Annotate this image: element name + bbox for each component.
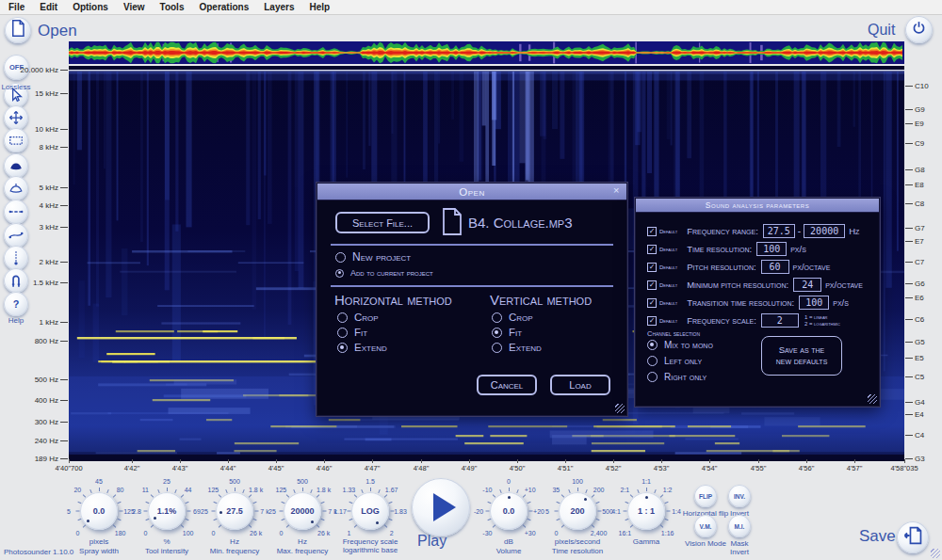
knob-scale-label: 0 — [507, 478, 511, 485]
knob-scale-label: 0 — [75, 529, 79, 536]
knob-unit-label: % — [130, 537, 203, 546]
note-axis-label: G7 — [915, 224, 925, 232]
invert-button[interactable]: INV. — [728, 485, 751, 507]
open-dialog-titlebar[interactable]: Open × — [317, 184, 626, 200]
knob-name-label: Tool intensity — [130, 547, 203, 555]
field-minimum-pitch-resolution-0[interactable]: 24 — [793, 278, 821, 292]
quit-label[interactable]: Quit — [868, 22, 895, 39]
save-button[interactable] — [897, 521, 929, 553]
analysis-row-label: Pitch resolution: — [687, 262, 755, 272]
knob-tick — [302, 488, 303, 491]
note-axis-tick — [905, 109, 913, 110]
unit-label: px/octave — [793, 262, 831, 272]
default-checkbox[interactable]: ✓ — [647, 298, 657, 308]
knob-scale-label: 2 — [390, 529, 394, 536]
unit-label: px/octave — [825, 280, 863, 290]
knob-tick — [492, 524, 495, 528]
load-button[interactable]: Load — [550, 375, 610, 395]
menu-item-view[interactable]: View — [123, 2, 145, 12]
document-icon — [441, 207, 463, 240]
knob-scale-label: -10 — [482, 487, 492, 493]
menu-item-file[interactable]: File — [8, 2, 24, 12]
field-frequency-range-0[interactable]: 27.5 — [763, 224, 795, 238]
radio-crop[interactable]: Crop — [337, 312, 379, 323]
default-checkbox[interactable]: ✓ — [647, 316, 657, 326]
default-checkbox[interactable]: ✓ — [647, 263, 657, 272]
knob-scale-label: 25 — [268, 508, 276, 515]
mask-invert-button[interactable]: M.I. — [728, 515, 751, 537]
knob-max-frequency-dial[interactable]: 20000 — [284, 492, 321, 530]
field-transition-time-resolution-0[interactable]: 100 — [799, 296, 829, 310]
open-label[interactable]: Open — [38, 22, 77, 40]
play-button[interactable] — [412, 478, 470, 536]
select-file-button[interactable]: Select File... — [335, 212, 430, 233]
waveform-overview[interactable] — [69, 41, 904, 64]
time-axis-label: 4'42" — [124, 464, 140, 472]
note-axis-tick — [905, 184, 913, 185]
knob-spray-width-dial[interactable]: 0.0 — [80, 492, 118, 530]
cancel-button[interactable]: Cancel — [477, 375, 537, 395]
field-frequency-scale-0[interactable]: 2 — [761, 313, 799, 328]
knob-min-frequency-dial[interactable]: 27.5 — [216, 492, 253, 530]
menu-item-help[interactable]: Help — [310, 2, 331, 12]
radio-label: Fit — [354, 327, 367, 338]
default-checkbox[interactable]: ✓ — [647, 280, 657, 290]
quit-button[interactable] — [905, 16, 933, 43]
knob-value: 27.5 — [226, 506, 243, 516]
field-frequency-range-1[interactable]: 20000 — [804, 224, 845, 238]
brush-filled-tool-button[interactable] — [4, 153, 28, 178]
menu-item-layers[interactable]: Layers — [264, 2, 294, 12]
save-defaults-button[interactable]: Save as the new defaults — [761, 336, 842, 376]
radio-fit[interactable]: Fit — [337, 327, 367, 338]
resize-handle[interactable] — [868, 394, 877, 404]
help-tool-button[interactable]: ? — [4, 292, 28, 316]
unit-label: px/s — [833, 297, 849, 308]
radio-crop[interactable]: Crop — [492, 312, 533, 323]
horizontal-flip-button[interactable]: FLIP — [694, 485, 717, 507]
radio-add-to-current-project[interactable]: Add to current project — [335, 268, 433, 278]
close-icon[interactable]: × — [613, 184, 620, 196]
knob-gamma-dial[interactable]: 1 : 1 — [627, 492, 665, 530]
radio-circle — [492, 328, 502, 338]
radio-right-only[interactable]: Right only — [647, 372, 706, 382]
vision-mode-button[interactable]: V.M. — [694, 515, 717, 537]
knob-tick — [317, 524, 320, 528]
radio-mix-to-mono[interactable]: Mix to mono — [647, 340, 713, 350]
menu-item-tools[interactable]: Tools — [160, 2, 185, 12]
radio-fit[interactable]: Fit — [492, 327, 522, 338]
radio-extend[interactable]: Extend — [337, 342, 387, 353]
radio-circle — [647, 340, 658, 350]
freq-axis-label: 800 Hz — [0, 337, 58, 345]
menu-item-operations[interactable]: Operations — [199, 2, 249, 12]
knob-scale-label: 16:1 — [619, 529, 632, 536]
analysis-dialog-titlebar[interactable]: Sound analysis parameters — [636, 199, 879, 213]
radio-left-only[interactable]: Left only — [647, 356, 702, 366]
time-axis-tick — [372, 459, 373, 463]
document-icon — [9, 19, 26, 41]
resize-handle[interactable] — [615, 404, 625, 413]
note-axis-tick — [905, 319, 913, 320]
knob-tool-intensity-dial[interactable]: 1.1% — [148, 492, 186, 530]
field-pitch-resolution-0[interactable]: 60 — [761, 260, 789, 274]
knob-frequency-scale-log-base-dial[interactable]: LOG — [351, 492, 389, 530]
knob-tick — [585, 489, 587, 493]
knob-time-resolution-dial[interactable]: 200 — [559, 492, 596, 530]
field-time-resolution-0[interactable]: 100 — [756, 242, 787, 256]
radio-extend[interactable]: Extend — [492, 342, 542, 353]
menu-item-edit[interactable]: Edit — [40, 2, 57, 12]
window-resize-handle[interactable] — [931, 549, 940, 558]
save-label[interactable]: Save — [859, 527, 896, 546]
analysis-row-label: Time resolution: — [687, 244, 752, 254]
radio-circle — [647, 372, 658, 382]
menu-item-options[interactable]: Options — [73, 2, 108, 12]
note-axis-label: E4 — [915, 410, 924, 419]
analysis-row-label: Transition time resolution: — [687, 297, 794, 308]
default-checkbox[interactable]: ✓ — [647, 227, 657, 236]
radio-new-project[interactable]: New project — [335, 250, 411, 264]
open-button[interactable] — [5, 17, 31, 43]
default-checkbox[interactable]: ✓ — [647, 245, 657, 254]
time-axis-label: 4'55" — [751, 464, 767, 472]
knob-tick — [555, 511, 559, 512]
freq-axis-tick — [60, 422, 68, 423]
knob-volume-dial[interactable]: 0.0 — [490, 492, 528, 530]
